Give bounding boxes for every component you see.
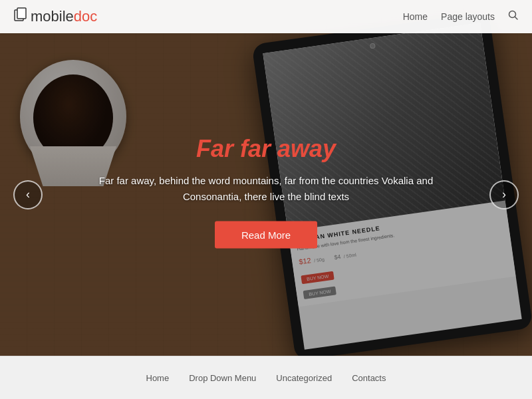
logo-text: mobile xyxy=(31,8,74,25)
hero-section: YUNNAN WHITE NEEDLE Handmade with love f… xyxy=(0,0,532,356)
footer-link-contacts[interactable]: Contacts xyxy=(352,373,386,383)
logo: mobiledoc xyxy=(13,7,97,26)
hero-title: Far far away xyxy=(93,134,439,162)
nav-home[interactable]: Home xyxy=(403,11,428,22)
svg-rect-1 xyxy=(17,8,26,19)
search-icon[interactable] xyxy=(508,10,519,23)
chevron-left-icon: ‹ xyxy=(26,188,30,201)
footer-nav: Home Drop Down Menu Uncategorized Contac… xyxy=(0,356,532,399)
svg-line-3 xyxy=(515,17,518,20)
hero-content: Far far away Far far away, behind the wo… xyxy=(93,134,439,248)
logo-icon xyxy=(13,7,28,26)
read-more-button[interactable]: Read More xyxy=(215,221,317,248)
chevron-right-icon: › xyxy=(502,188,506,201)
header: mobiledoc Home Page layouts xyxy=(0,0,532,33)
hero-subtitle: Far far away, behind the word mountains,… xyxy=(93,172,439,204)
main-nav: Home Page layouts xyxy=(403,10,519,23)
nav-page-layouts[interactable]: Page layouts xyxy=(441,11,495,22)
footer-link-dropdown[interactable]: Drop Down Menu xyxy=(189,373,256,383)
footer-link-home[interactable]: Home xyxy=(146,373,170,383)
footer-link-uncategorized[interactable]: Uncategorized xyxy=(276,373,332,383)
prev-slide-button[interactable]: ‹ xyxy=(13,180,43,209)
logo-accent: doc xyxy=(74,8,97,25)
next-slide-button[interactable]: › xyxy=(489,180,519,209)
